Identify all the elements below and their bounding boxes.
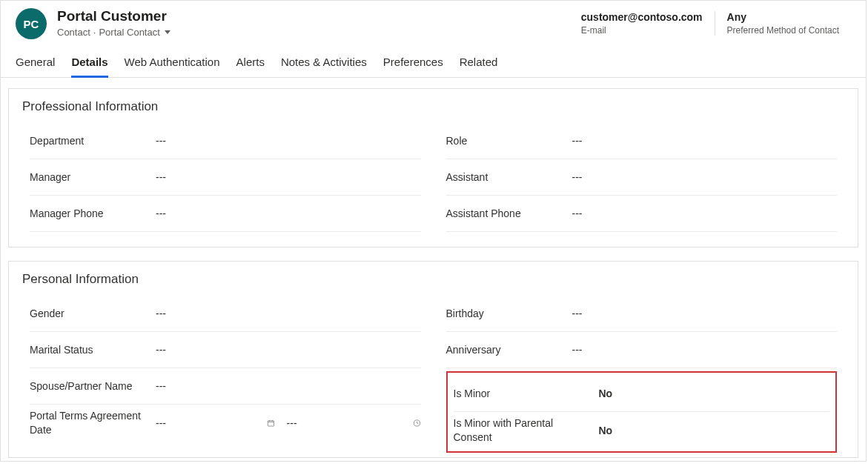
value-anniversary: ---: [572, 344, 583, 356]
clock-icon[interactable]: [413, 416, 421, 430]
field-marital-status[interactable]: Marital Status ---: [30, 332, 421, 368]
header-email-block[interactable]: customer@contoso.com E-mail: [569, 11, 715, 36]
tab-general[interactable]: General: [16, 56, 55, 78]
value-terms-date: ---: [156, 417, 267, 429]
section-personal-information: Personal Information Gender --- Marital …: [8, 261, 858, 458]
field-anniversary[interactable]: Anniversary ---: [446, 332, 838, 368]
tab-details[interactable]: Details: [71, 56, 107, 78]
field-manager[interactable]: Manager ---: [30, 159, 421, 196]
section-title-personal: Personal Information: [19, 267, 847, 296]
value-department: ---: [156, 135, 166, 147]
value-marital-status: ---: [156, 344, 166, 356]
label-manager-phone: Manager Phone: [30, 207, 156, 219]
label-assistant: Assistant: [446, 171, 572, 183]
field-assistant[interactable]: Assistant ---: [446, 159, 838, 196]
value-terms-time: ---: [287, 417, 413, 429]
section-professional-information: Professional Information Department --- …: [8, 88, 858, 247]
entity-name: Contact: [57, 27, 90, 38]
label-manager: Manager: [30, 171, 156, 183]
form-tabs: General Details Web Authentication Alert…: [1, 39, 866, 78]
tab-related[interactable]: Related: [460, 56, 498, 78]
tab-web-authentication[interactable]: Web Authentication: [125, 56, 220, 78]
field-is-minor-parental-consent[interactable]: Is Minor with Parental Consent No: [454, 412, 830, 448]
header-email-label: E-mail: [581, 25, 703, 36]
label-terms-agreement-date: Portal Terms Agreement Date: [30, 409, 156, 436]
page-title: Portal Customer: [57, 8, 170, 25]
value-is-minor-consent: No: [599, 425, 613, 436]
value-is-minor: No: [599, 388, 613, 399]
field-gender[interactable]: Gender ---: [30, 296, 421, 332]
value-assistant-phone: ---: [572, 207, 583, 219]
value-role: ---: [572, 135, 583, 147]
value-birthday: ---: [572, 308, 583, 319]
field-assistant-phone[interactable]: Assistant Phone ---: [446, 196, 838, 232]
record-subtitle[interactable]: Contact · Portal Contact: [57, 27, 170, 38]
calendar-icon[interactable]: [267, 416, 275, 430]
header-contactmethod-label: Preferred Method of Contact: [727, 25, 839, 36]
value-manager: ---: [156, 171, 166, 183]
field-terms-agreement-date[interactable]: Portal Terms Agreement Date --- ---: [30, 405, 421, 441]
chevron-down-icon[interactable]: [165, 30, 170, 34]
field-spouse-partner[interactable]: Spouse/Partner Name ---: [30, 368, 421, 405]
field-birthday[interactable]: Birthday ---: [446, 296, 838, 332]
header-contactmethod-block[interactable]: Any Preferred Method of Contact: [715, 11, 851, 36]
svg-rect-0: [268, 420, 274, 425]
subtitle-separator: ·: [93, 27, 96, 38]
tab-alerts[interactable]: Alerts: [236, 56, 265, 78]
label-department: Department: [30, 135, 156, 147]
tab-preferences[interactable]: Preferences: [383, 56, 443, 78]
label-is-minor-consent: Is Minor with Parental Consent: [454, 416, 594, 443]
label-marital-status: Marital Status: [30, 344, 156, 356]
field-role[interactable]: Role ---: [446, 123, 838, 159]
field-is-minor[interactable]: Is Minor No: [454, 376, 830, 412]
header-contactmethod-value: Any: [727, 11, 839, 24]
label-gender: Gender: [30, 308, 156, 319]
label-is-minor: Is Minor: [454, 388, 594, 399]
header-email-value: customer@contoso.com: [581, 11, 703, 24]
avatar: PC: [16, 8, 47, 39]
value-assistant: ---: [572, 171, 583, 183]
field-department[interactable]: Department ---: [30, 123, 421, 159]
minor-fields-highlight: Is Minor No Is Minor with Parental Conse…: [446, 371, 838, 453]
svg-line-6: [417, 423, 418, 424]
value-manager-phone: ---: [156, 207, 166, 219]
section-title-professional: Professional Information: [19, 95, 847, 123]
label-assistant-phone: Assistant Phone: [446, 207, 572, 219]
label-anniversary: Anniversary: [446, 344, 572, 356]
value-gender: ---: [156, 308, 166, 319]
label-birthday: Birthday: [446, 308, 572, 319]
label-spouse-partner: Spouse/Partner Name: [30, 380, 156, 392]
label-role: Role: [446, 135, 572, 147]
tab-notes-activities[interactable]: Notes & Activities: [281, 56, 367, 78]
form-name: Portal Contact: [99, 27, 159, 38]
value-spouse-partner: ---: [156, 380, 166, 392]
field-manager-phone[interactable]: Manager Phone ---: [30, 196, 421, 232]
